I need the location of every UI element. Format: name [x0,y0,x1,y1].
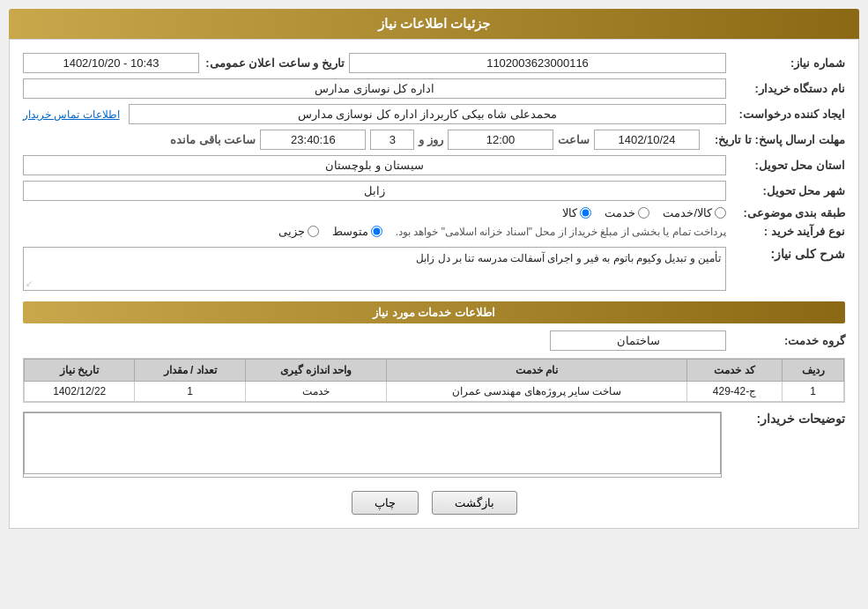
purchase-type-label: نوع فرآیند خرید : [731,225,845,238]
radio-khedmat[interactable] [638,207,649,219]
radio-khedmat-label: خدمت [605,206,635,219]
province-label: استان محل تحویل: [731,159,845,172]
page-wrapper: جزئیات اطلاعات نیاز شماره نیاز: 11020036… [0,0,868,609]
cell-name: ساخت سایر پروژه‌های مهندسی عمران [387,382,687,402]
city-row: شهر محل تحویل: زابل [23,181,845,201]
service-group-row: گروه خدمت: ساختمان [23,330,845,351]
need-description-section: شرح کلی نیاز: تأمین و تبدیل وکیوم باتوم … [23,247,845,291]
buyer-notes-label: توضیحات خریدار: [731,412,845,426]
cell-row: 1 [783,382,844,402]
col-header-name: نام خدمت [387,360,687,382]
city-value: زابل [23,181,726,201]
services-section-title: اطلاعات خدمات مورد نیاز [23,301,845,323]
purchase-type-tavassot[interactable]: متوسط [332,225,382,238]
purchase-type-jozi[interactable]: جزیی [278,225,319,238]
main-content: شماره نیاز: 1102003623000116 تاریخ و ساع… [9,39,859,529]
category-option-kala[interactable]: کالا [562,206,591,219]
province-value: سیستان و بلوچستان [23,155,726,175]
radio-kala-khedmat-label: کالا/خدمت [663,206,712,219]
creator-row: ایجاد کننده درخواست: محمدعلی شاه بیکی کا… [23,104,845,124]
purchase-type-row: نوع فرآیند خرید : پرداخت تمام یا بخشی از… [23,225,845,238]
page-header: جزئیات اطلاعات نیاز [9,9,859,39]
purchase-note: پرداخت تمام یا بخشی از مبلغ خریداز از مح… [396,226,726,238]
buyer-notes-textarea[interactable] [24,412,721,474]
back-button[interactable]: بازگشت [432,491,517,515]
table-body: 1 ج-42-429 ساخت سایر پروژه‌های مهندسی عم… [25,382,844,402]
response-date-value: 1402/10/24 [594,130,700,150]
city-label: شهر محل تحویل: [731,184,845,197]
radio-tavassot-label: متوسط [332,225,368,238]
radio-kala-label: کالا [562,206,577,219]
cell-code: ج-42-429 [687,382,783,402]
response-days-value: 3 [370,130,414,150]
response-days-label: روز و [419,133,443,146]
services-table-container: ردیف کد خدمت نام خدمت واحد اندازه گیری ت… [23,358,845,403]
col-header-date: تاریخ نیاز [25,360,135,382]
radio-tavassot[interactable] [371,226,382,237]
radio-jozi[interactable] [308,226,319,237]
response-time-value: 12:00 [448,130,553,150]
need-number-value: 1102003623000116 [349,53,726,73]
service-group-label: گروه خدمت: [731,334,845,347]
print-button[interactable]: چاپ [352,491,419,515]
radio-kala-khedmat[interactable] [715,207,726,219]
table-row: 1 ج-42-429 ساخت سایر پروژه‌های مهندسی عم… [25,382,844,402]
buyer-notes-wrapper [23,412,722,478]
services-table: ردیف کد خدمت نام خدمت واحد اندازه گیری ت… [24,359,844,402]
deadline-row: مهلت ارسال پاسخ: تا تاریخ: 1402/10/24 سا… [23,130,845,150]
date-announce-value: 1402/10/20 - 10:43 [23,53,199,73]
buyer-org-label: نام دستگاه خریدار: [731,82,845,95]
category-option-khedmat[interactable]: خدمت [605,206,649,219]
creator-value: محمدعلی شاه بیکی کاربرداز اداره کل نوساز… [129,104,726,124]
col-header-qty: تعداد / مقدار [135,360,245,382]
radio-kala[interactable] [580,207,591,219]
category-row: طبقه بندی موضوعی: کالا/خدمت خدمت کالا [23,206,845,219]
category-radio-group: کالا/خدمت خدمت کالا [562,206,726,219]
table-header: ردیف کد خدمت نام خدمت واحد اندازه گیری ت… [25,360,844,382]
deadline-label: مهلت ارسال پاسخ: تا تاریخ: [704,133,845,146]
need-number-label: شماره نیاز: [731,56,845,70]
need-number-row: شماره نیاز: 1102003623000116 تاریخ و ساع… [23,53,845,73]
service-group-value: ساختمان [550,330,726,351]
creator-label: ایجاد کننده درخواست: [731,108,845,121]
cell-unit: خدمت [245,382,387,402]
buyer-org-value: اداره کل نوسازی مدارس [23,78,726,99]
buyer-org-row: نام دستگاه خریدار: اداره کل نوسازی مدارس [23,78,845,99]
contact-link[interactable]: اطلاعات تماس خریدار [23,108,120,121]
cell-date: 1402/12/22 [25,382,135,402]
col-header-row: ردیف [783,360,844,382]
category-label: طبقه بندی موضوعی: [731,206,845,219]
radio-jozi-label: جزیی [278,225,305,238]
col-header-code: کد خدمت [687,360,783,382]
cell-quantity: 1 [135,382,245,402]
category-option-kala-khedmat[interactable]: کالا/خدمت [663,206,726,219]
purchase-type-group: پرداخت تمام یا بخشی از مبلغ خریداز از مح… [278,225,726,238]
button-row: بازگشت چاپ [23,491,845,515]
province-row: استان محل تحویل: سیستان و بلوچستان [23,155,845,175]
col-header-unit: واحد اندازه گیری [245,360,387,382]
response-remaining-value: 23:40:16 [260,130,366,150]
response-time-label: ساعت [558,133,590,146]
date-announce-label: تاریخ و ساعت اعلان عمومی: [204,56,345,70]
response-remaining-label: ساعت باقی مانده [170,133,256,146]
header-title: جزئیات اطلاعات نیاز [378,16,490,31]
buyer-notes-section: توضیحات خریدار: [23,412,845,478]
